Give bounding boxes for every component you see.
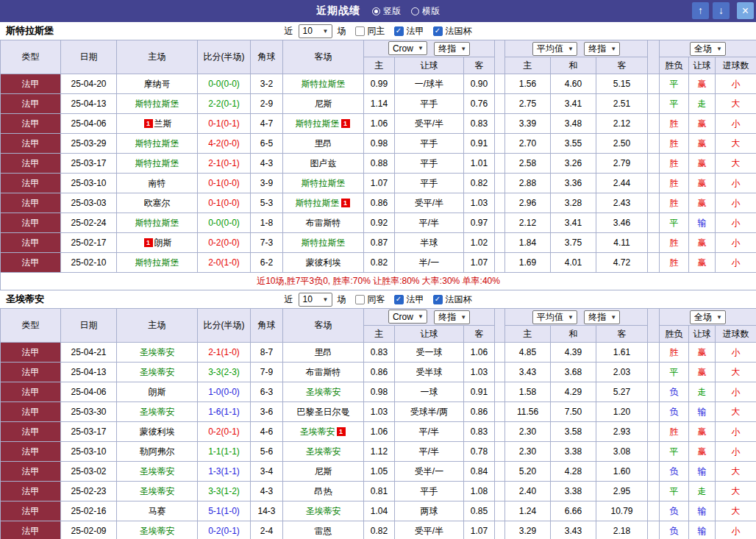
radio-horizontal[interactable]: 横版 bbox=[411, 5, 440, 18]
handicap-cell: 一球 bbox=[395, 382, 464, 402]
crown-away-odds-cell: 1.02 bbox=[464, 233, 495, 253]
bookmaker-select[interactable]: Crow▼ bbox=[388, 310, 427, 324]
fulltime-select[interactable]: 全场▼ bbox=[690, 42, 726, 56]
team-name: 马赛 bbox=[149, 506, 166, 516]
team-name: 圣埃蒂安 bbox=[140, 486, 175, 496]
header-odds-home: 主 bbox=[364, 326, 395, 343]
header-avg-away: 客 bbox=[596, 326, 648, 343]
cover-cell: 输 bbox=[689, 402, 716, 422]
final-odds-select[interactable]: 终指▼ bbox=[434, 42, 470, 56]
radio-vertical[interactable]: 竖版 bbox=[372, 5, 401, 18]
league-cell: 法甲 bbox=[1, 363, 61, 382]
goals-cell: 小 bbox=[716, 74, 756, 94]
avg-draw-odds-cell: 3.41 bbox=[551, 213, 596, 233]
date-cell: 25-03-17 bbox=[61, 422, 117, 442]
match-count-select[interactable]: 10▼ bbox=[299, 293, 332, 307]
crown-home-odds-cell: 0.92 bbox=[364, 213, 395, 233]
spacer-cell bbox=[648, 74, 660, 94]
home-team-cell: 斯特拉斯堡 bbox=[117, 134, 198, 154]
avg-draw-odds-cell: 4.29 bbox=[551, 382, 596, 402]
goals-cell: 小 bbox=[716, 382, 756, 402]
fulltime-select[interactable]: 全场▼ bbox=[690, 310, 726, 324]
team-name: 圣埃蒂安 bbox=[140, 367, 175, 377]
final-odds-select-2[interactable]: 终指▼ bbox=[584, 42, 620, 56]
matches-table: 类型 日期 主场 比分(半场) 角球 客场 Crow▼ 终指▼ 平均值▼ 终指▼ bbox=[0, 308, 756, 539]
date-cell: 25-02-17 bbox=[61, 233, 117, 253]
fulltime-group-header: 全场▼ bbox=[660, 309, 756, 326]
league-checkbox[interactable]: ✓ bbox=[394, 295, 404, 304]
cup-checkbox[interactable]: ✓ bbox=[433, 26, 443, 36]
spacer-cell bbox=[495, 213, 505, 233]
spacer-cell bbox=[495, 74, 505, 94]
average-select-value: 平均值 bbox=[537, 43, 563, 55]
handicap-cell: 受平/半 bbox=[395, 521, 464, 539]
avg-draw-odds-cell: 3.43 bbox=[551, 521, 596, 539]
avg-draw-odds-cell: 3.48 bbox=[551, 114, 596, 134]
league-label: 法甲 bbox=[407, 293, 424, 306]
crown-home-odds-cell: 0.82 bbox=[364, 521, 395, 539]
avg-home-odds-cell: 2.96 bbox=[505, 193, 551, 213]
avg-draw-odds-cell: 3.75 bbox=[551, 233, 596, 253]
header-avg-draw: 和 bbox=[551, 57, 596, 74]
result-cell: 胜 bbox=[660, 174, 689, 193]
crown-away-odds-cell: 1.03 bbox=[464, 193, 495, 213]
average-select[interactable]: 平均值▼ bbox=[532, 42, 577, 56]
header-handicap: 让球 bbox=[395, 57, 464, 74]
handicap-cell: 半球 bbox=[395, 233, 464, 253]
avg-home-odds-cell: 3.39 bbox=[505, 114, 551, 134]
avg-draw-odds-cell: 3.41 bbox=[551, 94, 596, 114]
league-checkbox[interactable]: ✓ bbox=[394, 26, 404, 36]
avg-away-odds-cell: 2.12 bbox=[596, 114, 648, 134]
date-cell: 25-03-03 bbox=[61, 193, 117, 213]
chevron-down-icon: ▼ bbox=[418, 313, 424, 320]
crown-home-odds-cell: 0.81 bbox=[364, 482, 395, 501]
bookmaker-select[interactable]: Crow▼ bbox=[388, 41, 427, 55]
league-cell: 法甲 bbox=[1, 462, 61, 482]
home-team-cell: 勒阿弗尔 bbox=[117, 442, 198, 462]
average-select[interactable]: 平均值▼ bbox=[532, 310, 577, 324]
home-team-cell: 圣埃蒂安 bbox=[117, 363, 198, 382]
crown-away-odds-cell: 0.86 bbox=[464, 402, 495, 422]
team-name: 斯特拉斯堡 bbox=[135, 158, 179, 168]
header-result: 胜负 bbox=[660, 57, 689, 74]
match-row: 法甲25-02-09圣埃蒂安0-2(0-1)2-4雷恩0.82受平/半1.073… bbox=[1, 521, 756, 539]
score-cell: 2-1(1-0) bbox=[198, 343, 251, 363]
score-cell: 0-2(0-1) bbox=[198, 422, 251, 442]
close-button[interactable]: × bbox=[737, 2, 754, 19]
result-cell: 负 bbox=[660, 462, 689, 482]
goals-cell: 大 bbox=[716, 482, 756, 501]
cover-cell: 赢 bbox=[689, 193, 716, 213]
match-row: 法甲25-03-10勒阿弗尔1-1(1-1)5-6圣埃蒂安1.12平/半0.78… bbox=[1, 442, 756, 462]
league-cell: 法甲 bbox=[1, 422, 61, 442]
final-odds-select[interactable]: 终指▼ bbox=[434, 310, 470, 324]
match-count-select[interactable]: 10▼ bbox=[299, 24, 332, 38]
handicap-cell: 平手 bbox=[395, 174, 464, 193]
corner-cell: 3-6 bbox=[251, 402, 283, 422]
crown-home-odds-cell: 0.98 bbox=[364, 382, 395, 402]
recent-results-panel: 近期战绩 竖版 横版 ↑ ↓ × 近 10▼ 场 同主 ✓ bbox=[0, 0, 756, 539]
league-cell: 法甲 bbox=[1, 94, 61, 114]
crown-away-odds-cell: 0.91 bbox=[464, 134, 495, 154]
chevron-down-icon: ▼ bbox=[460, 314, 466, 321]
header-score: 比分(半场) bbox=[198, 309, 251, 343]
final-odds-select-2[interactable]: 终指▼ bbox=[584, 310, 620, 324]
same-venue-checkbox[interactable] bbox=[355, 295, 365, 304]
spacer-cell bbox=[648, 482, 660, 501]
cup-checkbox[interactable]: ✓ bbox=[433, 295, 443, 304]
header-result: 胜负 bbox=[660, 326, 689, 343]
crown-odds-group-header: Crow▼ 终指▼ bbox=[364, 309, 495, 326]
same-venue-checkbox[interactable] bbox=[355, 26, 365, 36]
header-avg-home: 主 bbox=[505, 326, 551, 343]
home-team-cell: 朗斯 bbox=[117, 382, 198, 402]
move-up-button[interactable]: ↑ bbox=[692, 2, 709, 19]
league-cell: 法甲 bbox=[1, 213, 61, 233]
team-name: 欧塞尔 bbox=[144, 198, 171, 208]
cover-cell: 赢 bbox=[689, 343, 716, 363]
avg-away-odds-cell: 2.93 bbox=[596, 422, 648, 442]
league-cell: 法甲 bbox=[1, 382, 61, 402]
team-name: 兰斯 bbox=[154, 118, 172, 129]
move-down-button[interactable]: ↓ bbox=[713, 2, 730, 19]
corner-cell: 7-3 bbox=[251, 233, 283, 253]
league-cell: 法甲 bbox=[1, 174, 61, 193]
avg-draw-odds-cell: 3.26 bbox=[551, 154, 596, 174]
